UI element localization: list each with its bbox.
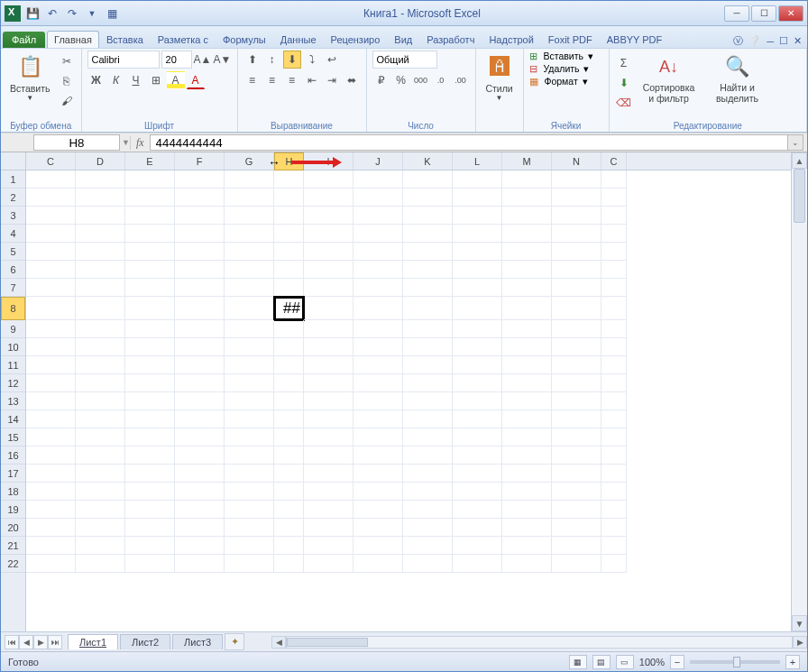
cell[interactable] [274,555,304,573]
cell[interactable] [175,338,225,356]
cell[interactable] [26,446,76,465]
cell[interactable] [354,374,403,392]
cell[interactable] [552,392,601,410]
cell[interactable] [403,356,453,374]
cell[interactable] [403,537,453,555]
undo-icon[interactable]: ↶ [44,5,60,22]
cell[interactable] [76,555,125,573]
cell[interactable] [453,243,502,261]
grow-font-icon[interactable]: A▲ [194,51,212,69]
cell[interactable] [274,392,304,410]
increase-indent-icon[interactable]: ⇥ [323,71,341,89]
cell[interactable] [601,189,627,207]
column-header-N[interactable]: N [552,152,601,170]
cell[interactable] [453,537,502,555]
cell[interactable] [175,207,225,225]
format-cells-button[interactable]: ▦ Формат ▾ [529,76,588,87]
normal-view-icon[interactable]: ▦ [569,655,587,669]
font-color-icon[interactable]: A [187,71,205,89]
cell[interactable] [175,279,225,297]
cell[interactable] [274,320,304,338]
cell[interactable] [354,410,403,428]
cell[interactable] [125,555,175,573]
cell[interactable] [175,356,225,374]
merge-icon[interactable]: ⬌ [343,71,361,89]
autosum-icon[interactable]: Σ [615,54,633,72]
tab-prev-icon[interactable]: ◀ [19,635,33,649]
cell[interactable] [453,392,502,410]
fill-icon[interactable]: ⬇ [615,74,633,92]
insert-sheet-icon[interactable]: ✦ [225,633,244,650]
cell[interactable] [403,374,453,392]
cell[interactable] [502,501,552,519]
cell[interactable] [125,356,175,374]
cell[interactable] [175,410,225,428]
cell[interactable] [552,261,601,279]
cell[interactable] [76,501,125,519]
cell[interactable] [76,356,125,374]
sheet-tab-2[interactable]: Лист2 [120,634,170,649]
cell[interactable] [403,410,453,428]
cell[interactable] [26,519,76,537]
cell[interactable] [453,189,502,207]
cell[interactable] [601,501,627,519]
fx-icon[interactable]: fx [130,136,150,150]
active-cell[interactable]: ## [274,297,304,320]
cell[interactable] [125,320,175,338]
cell[interactable] [175,519,225,537]
cell[interactable] [125,170,175,189]
sheet-tab-3[interactable]: Лист3 [172,634,223,649]
row-header-15[interactable]: 15 [1,428,25,446]
cell[interactable] [225,428,274,446]
cell[interactable] [26,170,76,189]
cell[interactable] [225,537,274,555]
cell[interactable] [403,189,453,207]
cell[interactable] [601,483,627,501]
cell[interactable] [26,465,76,483]
cell[interactable] [274,279,304,297]
scroll-thumb[interactable] [794,169,805,223]
cell[interactable] [601,374,627,392]
cell[interactable] [304,338,354,356]
cell[interactable] [601,279,627,297]
styles-button[interactable]: 🅰 Стили ▼ [482,51,518,104]
sort-filter-button[interactable]: A↓ Сортировка и фильтр [637,51,702,106]
cell[interactable] [304,392,354,410]
cell[interactable] [502,410,552,428]
cell[interactable] [601,243,627,261]
cell[interactable] [453,410,502,428]
cut-icon[interactable]: ✂ [58,52,76,70]
scroll-left-icon[interactable]: ◀ [271,636,286,649]
cell[interactable] [552,356,601,374]
help-icon[interactable]: ❔ [748,35,761,47]
currency-icon[interactable]: ₽ [372,71,390,89]
cell[interactable] [125,279,175,297]
minimize-button[interactable]: ─ [724,5,749,22]
cell[interactable] [274,501,304,519]
row-header-4[interactable]: 4 [1,225,25,243]
column-header-D[interactable]: D [76,152,125,170]
cell[interactable] [26,338,76,356]
cell[interactable] [175,465,225,483]
cell[interactable] [502,320,552,338]
orientation-icon[interactable]: ⤵ [303,51,321,69]
tab-data[interactable]: Данные [273,31,324,48]
cell[interactable] [453,519,502,537]
cell[interactable] [403,279,453,297]
cell[interactable] [274,465,304,483]
comma-icon[interactable]: 000 [412,71,430,89]
cell[interactable] [274,537,304,555]
cell[interactable] [403,338,453,356]
cell[interactable] [354,170,403,189]
cell[interactable] [175,537,225,555]
copy-icon[interactable]: ⎘ [58,72,76,90]
row-header-3[interactable]: 3 [1,207,25,225]
cell[interactable] [453,501,502,519]
cell[interactable] [601,320,627,338]
cell[interactable] [76,338,125,356]
cell[interactable] [26,297,76,320]
cell[interactable] [274,374,304,392]
cell[interactable] [403,207,453,225]
cell[interactable] [175,243,225,261]
cell[interactable] [26,374,76,392]
